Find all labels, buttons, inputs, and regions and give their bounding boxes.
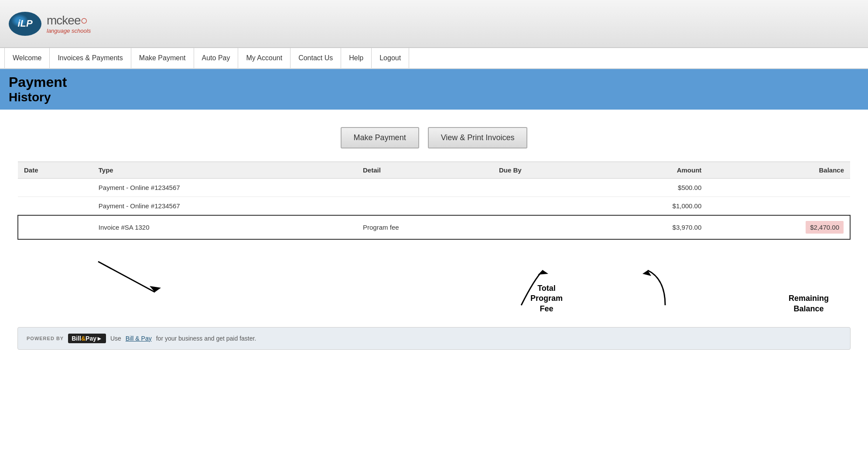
row1-type: Payment - Online #1234567 — [92, 179, 357, 197]
footer-message2: for your business and get paid faster. — [156, 335, 256, 342]
logo-area: iLP mckee○ language schools — [9, 12, 91, 36]
col-type: Type — [92, 162, 357, 179]
bill-pay-logo: Bill&Pay► — [68, 334, 106, 343]
row1-due-by — [493, 179, 591, 197]
nav-my-account[interactable]: My Account — [238, 48, 290, 68]
row2-date — [18, 197, 92, 216]
col-balance: Balance — [707, 162, 850, 179]
make-payment-button[interactable]: Make Payment — [341, 127, 419, 148]
payment-table: Date Type Detail Due By Amount Balance P… — [17, 162, 851, 240]
nav-bar: Welcome Invoices & Payments Make Payment… — [0, 48, 868, 69]
row3-due-by — [493, 215, 591, 239]
table-row: Payment - Online #1234567 $500.00 — [18, 179, 850, 197]
page-title-line1: Payment — [9, 74, 859, 90]
col-date: Date — [18, 162, 92, 179]
svg-marker-3 — [642, 270, 651, 276]
ilp-logo-text: iLP — [17, 18, 32, 29]
col-amount: Amount — [591, 162, 707, 179]
row3-type: Invoice #SA 1320 — [92, 215, 357, 239]
footer: POWERED BY Bill&Pay► Use Bill & Pay for … — [17, 327, 851, 350]
col-due-by: Due By — [493, 162, 591, 179]
row3-date — [18, 215, 92, 239]
nav-help[interactable]: Help — [341, 48, 372, 68]
table-row-highlighted: Invoice #SA 1320 Program fee $3,970.00 $… — [18, 215, 850, 239]
header: iLP mckee○ language schools — [0, 0, 868, 48]
row1-balance — [707, 179, 850, 197]
row2-balance — [707, 197, 850, 216]
nav-welcome[interactable]: Welcome — [4, 48, 50, 68]
powered-by-text: POWERED BY — [27, 336, 64, 341]
row1-date — [18, 179, 92, 197]
page-title-line2: History — [9, 90, 859, 104]
row3-detail: Program fee — [357, 215, 493, 239]
row2-due-by — [493, 197, 591, 216]
svg-marker-2 — [538, 270, 548, 275]
mckee-sub: language schools — [47, 28, 91, 34]
table-header-row: Date Type Detail Due By Amount Balance — [18, 162, 850, 179]
row3-amount: $3,970.00 — [591, 215, 707, 239]
footer-link[interactable]: Bill & Pay — [126, 335, 152, 342]
row2-type: Payment - Online #1234567 — [92, 197, 357, 216]
action-buttons: Make Payment View & Print Invoices — [17, 127, 851, 148]
annotation-total-program-fee: Total Program Fee — [530, 283, 563, 314]
main-content: Make Payment View & Print Invoices Date … — [0, 110, 868, 358]
nav-contact-us[interactable]: Contact Us — [290, 48, 341, 68]
table-row: Payment - Online #1234567 $1,000.00 — [18, 197, 850, 216]
ilp-logo: iLP — [9, 12, 41, 36]
nav-make-payment[interactable]: Make Payment — [131, 48, 194, 68]
row1-detail — [357, 179, 493, 197]
annotations-area: Total Program Fee Remaining Balance — [17, 248, 851, 318]
annotation-remaining-balance: Remaining Balance — [789, 293, 829, 314]
nav-auto-pay[interactable]: Auto Pay — [194, 48, 239, 68]
footer-message: Use — [110, 335, 121, 342]
row3-balance: $2,470.00 — [707, 215, 850, 239]
table-section: Date Type Detail Due By Amount Balance P… — [17, 162, 851, 240]
row2-amount: $1,000.00 — [591, 197, 707, 216]
nav-logout[interactable]: Logout — [372, 48, 409, 68]
mckee-logo: mckee○ language schools — [47, 14, 91, 34]
view-print-invoices-button[interactable]: View & Print Invoices — [428, 127, 528, 148]
svg-line-0 — [98, 262, 155, 292]
balance-highlight: $2,470.00 — [806, 221, 844, 234]
col-detail: Detail — [357, 162, 493, 179]
mckee-name: mckee○ — [47, 14, 91, 28]
svg-marker-1 — [150, 286, 161, 292]
nav-invoices-payments[interactable]: Invoices & Payments — [50, 48, 131, 68]
row2-detail — [357, 197, 493, 216]
row1-amount: $500.00 — [591, 179, 707, 197]
annotations-svg — [17, 248, 851, 318]
page-title-bar: Payment History — [0, 69, 868, 110]
